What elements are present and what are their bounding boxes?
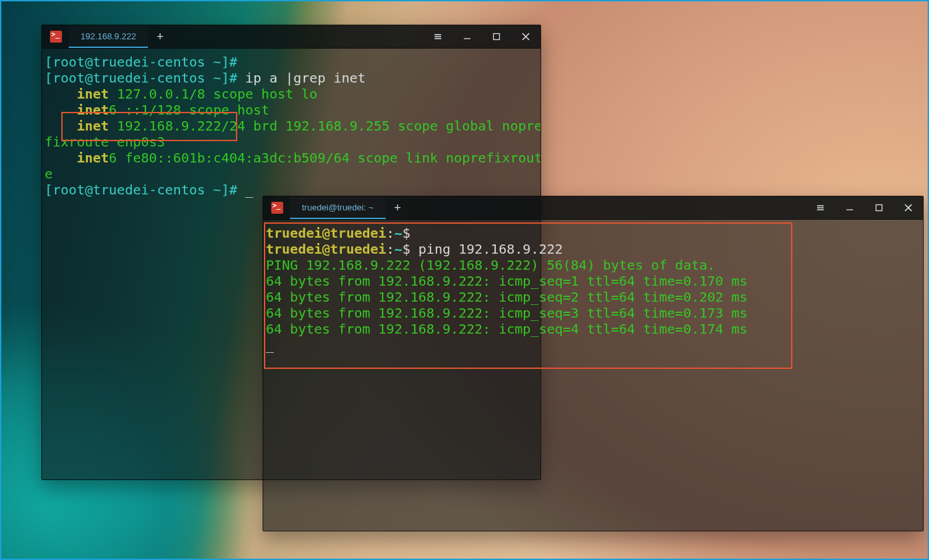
tab-label: truedei@truedei: ~ (302, 202, 374, 212)
terminal-text (45, 150, 77, 166)
svg-rect-0 (494, 34, 500, 40)
terminal-text: inet (77, 102, 109, 118)
terminal-text: 6 fe80::601b:c404:a3dc:b509/64 scope lin… (109, 150, 540, 166)
tab-label: 192.168.9.222 (81, 31, 136, 41)
terminal-text: : (387, 225, 395, 241)
tab-active[interactable]: truedei@truedei: ~ (290, 196, 386, 219)
terminal-text: 64 bytes from 192.168.9.222: icmp_seq=2 … (266, 289, 747, 305)
terminal-text: _ (237, 182, 253, 198)
menu-button[interactable] (423, 25, 453, 48)
terminal-text: 192.168.9.222/24 brd 192.168.9.255 scope… (109, 118, 540, 134)
maximize-button[interactable] (864, 196, 894, 219)
close-button[interactable] (511, 25, 540, 48)
minimize-button[interactable] (835, 196, 864, 219)
new-tab-button[interactable]: + (148, 25, 172, 48)
minimize-button[interactable] (453, 25, 482, 48)
terminal-text: ip a |grep inet (237, 70, 366, 86)
terminal-text: fixroute enp0s3 (45, 134, 165, 150)
terminal-text: 64 bytes from 192.168.9.222: icmp_seq=4 … (266, 321, 747, 337)
terminal-window-local[interactable]: truedei@truedei: ~ + truedei@truedei:~$ … (263, 196, 924, 531)
terminal-text: $ ping 192.168.9.222 (403, 241, 563, 257)
terminal-text: e (45, 166, 61, 182)
terminal-text: 64 bytes from 192.168.9.222: icmp_seq=3 … (266, 305, 747, 321)
menu-button[interactable] (806, 196, 835, 219)
terminal-text (45, 102, 77, 118)
terminal-text: ~ (395, 225, 403, 241)
terminal-text: [root@truedei-centos ~]# (45, 182, 237, 198)
terminal-text: ~ (395, 241, 403, 257)
tab-active[interactable]: 192.168.9.222 (69, 25, 148, 48)
close-button[interactable] (894, 196, 923, 219)
terminal-text: 64 bytes from 192.168.9.222: icmp_seq=1 … (266, 273, 747, 289)
terminal-text: inet (77, 86, 109, 102)
terminal-text: truedei@truedei (266, 241, 387, 257)
terminal-text: truedei@truedei (266, 225, 387, 241)
svg-rect-1 (876, 205, 882, 211)
terminal-text: [root@truedei-centos ~]# (45, 54, 237, 70)
terminal-icon (50, 31, 62, 43)
terminal-text: inet (77, 118, 109, 134)
terminal-text: 127.0.0.1/8 scope host lo (109, 86, 317, 102)
terminal-output[interactable]: truedei@truedei:~$ truedei@truedei:~$ pi… (263, 220, 923, 531)
terminal-text (45, 86, 77, 102)
new-tab-button[interactable]: + (386, 196, 410, 219)
terminal-text: : (387, 241, 395, 257)
titlebar[interactable]: truedei@truedei: ~ + (263, 196, 923, 220)
maximize-button[interactable] (482, 25, 511, 48)
terminal-text: PING 192.168.9.222 (192.168.9.222) 56(84… (266, 257, 715, 273)
titlebar[interactable]: 192.168.9.222 + (42, 25, 540, 49)
terminal-text (45, 118, 77, 134)
terminal-text: 6 ::1/128 scope host (109, 102, 277, 118)
terminal-text: _ (266, 337, 274, 353)
terminal-text: inet (77, 150, 109, 166)
terminal-text: $ (403, 225, 419, 241)
terminal-text: [root@truedei-centos ~]# (45, 70, 237, 86)
terminal-icon (271, 202, 283, 214)
